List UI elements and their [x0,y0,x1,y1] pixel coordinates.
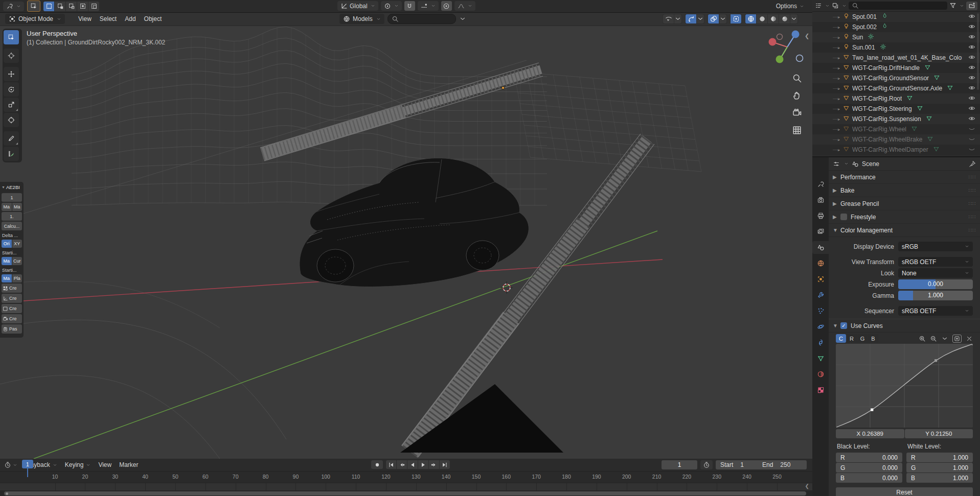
eye-icon[interactable] [968,33,975,42]
eye-icon[interactable] [968,23,975,32]
curve-zoom-in-icon[interactable] [919,335,926,342]
outliner-scrollbar[interactable] [977,13,979,90]
proportional-edit-button[interactable] [441,1,452,11]
white-level-b-field[interactable]: B1.000 [906,473,973,483]
ae2bi-toggle[interactable]: XY [12,240,22,248]
proportional-falloff-dropdown[interactable] [454,1,475,11]
outliner-row[interactable]: ▸Two_lane_road_wet_01_4K_Base_Color [812,53,980,63]
outliner-row[interactable]: ▸WGT-CarRig.Root [812,93,980,104]
black-level-g-field[interactable]: G0.000 [836,463,902,473]
gizmo-chevron[interactable] [697,14,704,23]
object-name[interactable]: WGT-CarRig.Suspension [852,115,921,123]
object-name[interactable]: Two_lane_road_wet_01_4K_Base_Color [852,54,962,61]
outliner-search-field[interactable] [849,2,947,10]
outliner-row[interactable]: ▸WGT-CarRig.GroundSensor [812,73,980,83]
navigation-gizmo[interactable] [756,27,809,69]
asset-search-field[interactable] [388,14,456,24]
tab-particles[interactable] [812,304,829,317]
drag-dots-icon[interactable]: ∷∷ [968,227,976,233]
gamma-slider[interactable]: 1.000 [898,291,973,300]
shading-wireframe-button[interactable] [745,14,756,23]
outliner-row[interactable]: ▸WGT-CarRig.WheelDamper [812,145,980,155]
tab-render[interactable] [812,194,829,206]
black-level-r-field[interactable]: R0.000 [836,453,902,462]
shading-material-button[interactable] [768,14,779,23]
look-select[interactable]: None [898,268,973,278]
ae2bi-toggle[interactable]: Cur [12,257,22,265]
select-mode-subtract-button[interactable] [66,2,77,11]
panel-use-curves[interactable]: ▼ ✓ Use Curves [829,319,980,333]
filter-icon[interactable] [949,2,956,9]
ae2bi-panel-header[interactable]: ▼ AE2BI [0,183,24,192]
select-mode-intersect-button[interactable] [88,2,99,11]
timeline-track-strip[interactable]: ❮ [0,483,812,490]
previous-keyframe-button[interactable] [397,460,407,469]
selectability-dropdown[interactable] [663,14,674,23]
tool-settings-dropdown[interactable] [3,2,24,11]
view-transform-select[interactable]: sRGB OETF [898,257,973,267]
channel-c-button[interactable]: C [836,334,846,343]
tab-tool[interactable] [812,178,829,191]
ae2bi-button[interactable]: Cre [2,284,22,293]
mode-dropdown[interactable]: Object Mode [5,14,65,24]
menu-marker[interactable]: Marker [119,461,138,468]
shading-chevron[interactable] [790,14,797,23]
object-name[interactable]: WGT-CarRig.Wheel [852,126,906,133]
asset-shelf-chevron-icon[interactable] [459,15,466,22]
eye-icon[interactable] [968,64,975,73]
ae2bi-button[interactable]: Cre [2,304,22,313]
pivot-point-dropdown[interactable] [381,1,402,11]
play-button[interactable] [418,460,428,469]
object-name[interactable]: Sun [852,34,863,41]
tool-annotate[interactable] [4,131,19,146]
drag-dots-icon[interactable]: ∷∷ [968,187,976,193]
object-name[interactable]: WGT-CarRig.GroundSensor [852,75,929,82]
panel-grease-pencil[interactable]: ▶Grease Pencil ∷∷ [829,197,980,210]
show-overlays-button[interactable] [708,14,719,23]
asset-browser-dropdown[interactable]: Models [339,14,384,24]
eye-icon[interactable] [968,115,975,124]
object-name[interactable]: WGT-CarRig.WheelBrake [852,136,922,143]
menu-select[interactable]: Select [100,15,117,22]
playhead-label[interactable]: 1 [22,460,33,468]
outliner-row[interactable]: ▸Spot.002 [812,22,980,32]
outliner-row[interactable]: ▸WGT-CarRig.Suspension [812,114,980,124]
outliner-row[interactable]: ▸Sun [812,32,980,42]
timeline-collapse-icon[interactable]: ❮ [805,483,809,489]
pan-hand-icon[interactable] [791,90,803,101]
channel-b-button[interactable]: B [868,334,878,343]
search-input[interactable] [401,15,444,22]
select-mode-new-button[interactable] [43,2,54,11]
menu-add[interactable]: Add [125,15,135,22]
outliner-row[interactable]: ▸WGT-CarRig.GroundSensor.Axle [812,83,980,93]
xray-toggle-button[interactable] [731,14,741,23]
snap-settings-dropdown[interactable] [418,1,439,11]
outliner-row[interactable]: ▸WGT-CarRig.Wheel [812,124,980,134]
white-level-g-field[interactable]: G1.000 [906,463,973,473]
curve-point-y-field[interactable]: Y 0.21250 [905,429,973,438]
curve-zoom-out-icon[interactable] [930,335,937,342]
active-tool-button[interactable] [27,1,40,12]
display-device-select[interactable]: sRGB [898,242,973,251]
eye-closed-icon[interactable] [968,135,975,144]
shading-solid-button[interactable] [757,14,767,23]
object-name[interactable]: WGT-CarRig.Steering [852,105,912,112]
tool-select-box[interactable] [4,30,19,44]
object-name[interactable]: WGT-CarRig.WheelDamper [852,146,928,153]
frame-end-field[interactable]: End 250 [758,460,807,469]
drag-dots-icon[interactable]: ∷∷ [968,174,976,180]
tab-output[interactable] [812,209,829,222]
tab-constraints[interactable] [812,336,829,349]
tool-rotate[interactable] [4,82,19,97]
eye-icon[interactable] [968,84,975,93]
tool-move[interactable] [4,67,19,81]
frame-start-field[interactable]: Start 1 [716,460,764,469]
ae2bi-toggle[interactable]: Ori [2,240,12,248]
snap-toggle-button[interactable] [404,1,415,11]
next-keyframe-button[interactable] [429,460,439,469]
tab-view-layer[interactable] [812,225,829,238]
outliner-row[interactable]: ▸WGT-CarRig.DriftHandle [812,63,980,73]
transform-orientation-dropdown[interactable]: Global [337,1,378,11]
curve-point-x-field[interactable]: X 0.26389 [836,429,904,438]
properties-editor-icon[interactable] [833,160,840,168]
